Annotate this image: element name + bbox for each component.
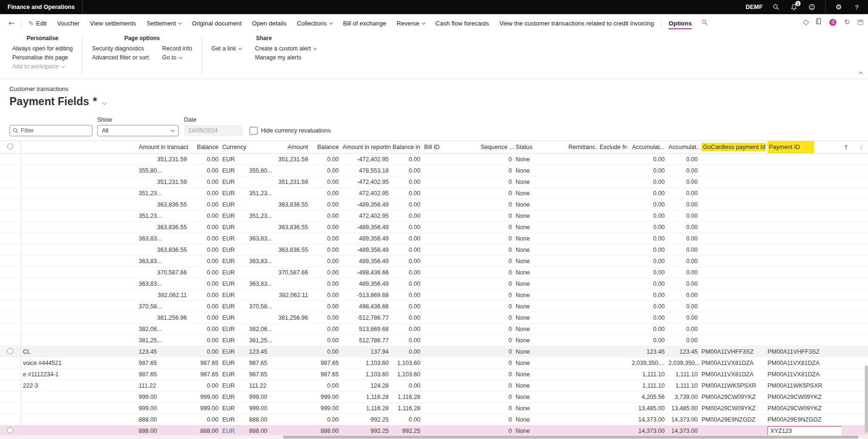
cell-balance_in[interactable]: 0.00 bbox=[391, 210, 422, 222]
cell-remittance[interactable] bbox=[567, 199, 598, 210]
cell-accumulated2[interactable]: 0.00 bbox=[667, 154, 700, 165]
cell-amount_transaction[interactable]: 987.65 bbox=[137, 369, 189, 380]
cell-select[interactable] bbox=[0, 414, 21, 425]
cell-label[interactable] bbox=[21, 188, 137, 199]
menu-item-original-document[interactable]: Original document bbox=[187, 17, 247, 30]
collapse-ribbon-icon[interactable] bbox=[857, 67, 862, 76]
cell-exclude[interactable] bbox=[598, 425, 627, 437]
ribbon-item-security-diagnostics[interactable]: Security diagnostics bbox=[91, 45, 150, 52]
cell-balance[interactable]: 987.65 bbox=[189, 369, 220, 380]
cell-accumulated1[interactable]: 123.45 bbox=[627, 346, 667, 357]
cell-amount[interactable]: 363,83... bbox=[247, 278, 310, 290]
cell-label[interactable]: e #1112234-1 bbox=[21, 369, 137, 380]
cell-remittance[interactable] bbox=[567, 414, 598, 425]
cell-accumulated1[interactable]: 1,111.10 bbox=[627, 369, 667, 380]
cell-currency[interactable]: EUR bbox=[220, 323, 247, 335]
cell-accumulated2[interactable]: 14,373.00 bbox=[667, 425, 700, 437]
cell-sequence[interactable]: 0 bbox=[479, 323, 514, 335]
cell-sequence[interactable]: 0 bbox=[479, 176, 514, 188]
cell-bill_id[interactable] bbox=[422, 403, 479, 414]
table-row[interactable]: 351,23...0.00EUR351,23...0.00472,402.950… bbox=[0, 188, 868, 199]
cell-bill_id[interactable] bbox=[422, 312, 479, 323]
cell-label[interactable] bbox=[21, 403, 137, 414]
cell-payment_id[interactable]: PM00A11WK5PSXR bbox=[766, 380, 842, 391]
cell-label[interactable]: 222-3 bbox=[21, 380, 137, 391]
cell-payment_id[interactable]: PM00A11VHFF3SZ bbox=[766, 346, 842, 357]
cell-accumulated1[interactable]: 0.00 bbox=[627, 210, 667, 222]
cell-status[interactable]: None bbox=[514, 312, 567, 323]
cell-select[interactable] bbox=[0, 425, 21, 437]
cell-balance[interactable]: 0.00 bbox=[189, 222, 220, 233]
cell-sequence[interactable]: 0 bbox=[479, 267, 514, 278]
cell-remittance[interactable] bbox=[567, 391, 598, 403]
cell-label[interactable] bbox=[21, 154, 137, 165]
cell-balance_in[interactable]: 1,103.60 bbox=[391, 369, 422, 380]
cell-select[interactable] bbox=[0, 210, 21, 222]
cell-accumulated1[interactable]: 0.00 bbox=[627, 312, 667, 323]
cell-amount[interactable]: 370,58... bbox=[247, 301, 310, 312]
cell-select[interactable] bbox=[0, 154, 21, 165]
cell-amount_reporting[interactable]: 478,553.18 bbox=[341, 165, 391, 176]
cell-remittance[interactable] bbox=[567, 425, 598, 437]
cell-amount_reporting[interactable]: 1,116.28 bbox=[341, 391, 391, 403]
cell-payment_id[interactable]: PM00A11VX81DZA bbox=[766, 369, 842, 380]
cell-currency[interactable]: EUR bbox=[220, 414, 247, 425]
ribbon-item-create-a-custom-alert[interactable]: Create a custom alert bbox=[254, 45, 317, 52]
search-icon[interactable] bbox=[771, 2, 781, 12]
cell-balance_in[interactable]: 1,103.60 bbox=[391, 357, 422, 369]
cell-label[interactable] bbox=[21, 176, 137, 188]
cell-select[interactable] bbox=[0, 267, 21, 278]
cell-select[interactable] bbox=[0, 256, 21, 267]
cell-balance2[interactable]: 0.00 bbox=[310, 256, 341, 267]
cell-payment_id[interactable] bbox=[766, 199, 842, 210]
cell-select[interactable] bbox=[0, 346, 21, 357]
cell-bill_id[interactable] bbox=[422, 323, 479, 335]
cell-balance_in[interactable]: 0.00 bbox=[391, 312, 422, 323]
cell-label[interactable] bbox=[21, 290, 137, 301]
table-row[interactable]: voice #444521987.65987.65EUR987.65987.65… bbox=[0, 357, 868, 369]
settings-gear-icon[interactable]: ⚙ bbox=[834, 2, 843, 12]
cell-amount_transaction[interactable]: 999.00 bbox=[137, 403, 189, 414]
cell-select[interactable] bbox=[0, 391, 21, 403]
cell-sequence[interactable]: 0 bbox=[479, 346, 514, 357]
cell-gocardless_payment_id[interactable]: PM00A11WK5PSXR bbox=[700, 380, 766, 391]
cell-select[interactable] bbox=[0, 244, 21, 256]
cell-balance2[interactable]: 0.00 bbox=[310, 199, 341, 210]
cell-amount[interactable]: 987.65 bbox=[247, 369, 310, 380]
cell-currency[interactable]: EUR bbox=[220, 380, 247, 391]
cell-payment_id[interactable] bbox=[766, 165, 842, 176]
cell-exclude[interactable] bbox=[598, 176, 627, 188]
cell-exclude[interactable] bbox=[598, 391, 627, 403]
cell-exclude[interactable] bbox=[598, 188, 627, 199]
cell-sequence[interactable]: 0 bbox=[479, 199, 514, 210]
table-row[interactable]: 381,256.960.00EUR381,256.960.00-512,786.… bbox=[0, 312, 868, 323]
cell-amount[interactable]: 987.65 bbox=[247, 357, 310, 369]
cell-bill_id[interactable] bbox=[422, 301, 479, 312]
cell-balance[interactable]: 0.00 bbox=[189, 301, 220, 312]
cell-exclude[interactable] bbox=[598, 267, 627, 278]
cell-amount_transaction[interactable]: 363,836.55 bbox=[137, 244, 189, 256]
cell-payment_id[interactable] bbox=[766, 222, 842, 233]
cell-status[interactable]: None bbox=[514, 414, 567, 425]
cell-balance2[interactable]: 0.00 bbox=[310, 323, 341, 335]
cell-balance2[interactable]: 0.00 bbox=[310, 335, 341, 346]
cell-amount_reporting[interactable]: 498,436.66 bbox=[341, 301, 391, 312]
cell-payment_id[interactable] bbox=[766, 425, 842, 437]
cell-balance2[interactable]: 888.00 bbox=[310, 425, 341, 437]
cell-accumulated1[interactable]: 0.00 bbox=[627, 335, 667, 346]
cell-status[interactable]: None bbox=[514, 380, 567, 391]
cell-gocardless_payment_id[interactable] bbox=[700, 176, 766, 188]
cell-select[interactable] bbox=[0, 335, 21, 346]
cell-amount_transaction[interactable]: 123.45 bbox=[137, 346, 189, 357]
table-row[interactable]: 999.00999.00EUR999.00999.001,116.281,116… bbox=[0, 391, 868, 403]
cell-status[interactable]: None bbox=[514, 425, 567, 437]
cell-sequence[interactable]: 0 bbox=[479, 403, 514, 414]
horizontal-scrollbar-thumb[interactable] bbox=[283, 436, 859, 439]
cell-accumulated2[interactable]: 0.00 bbox=[667, 222, 700, 233]
cell-exclude[interactable] bbox=[598, 301, 627, 312]
cell-amount[interactable]: 999.00 bbox=[247, 391, 310, 403]
cell-amount_transaction[interactable]: 999.00 bbox=[137, 391, 189, 403]
cell-bill_id[interactable] bbox=[422, 256, 479, 267]
cell-amount_reporting[interactable]: 489,356.49 bbox=[341, 256, 391, 267]
cell-remittance[interactable] bbox=[567, 244, 598, 256]
